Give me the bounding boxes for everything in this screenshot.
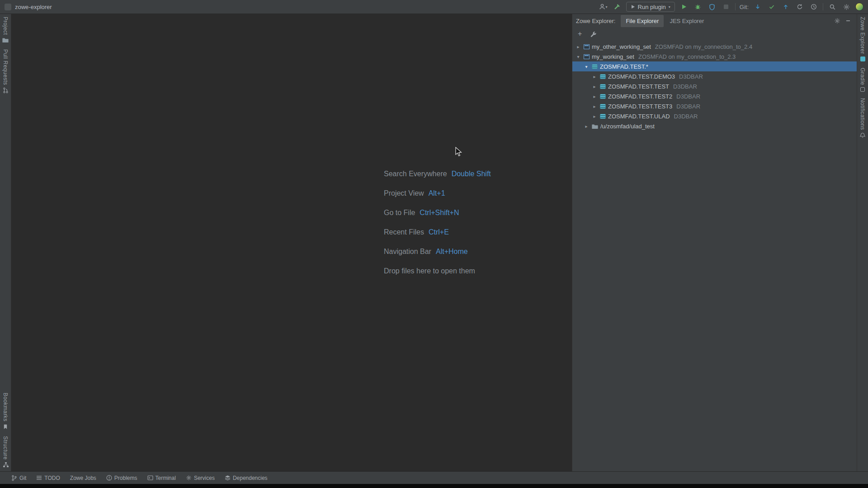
shortcut-hints: Search Everywhere Double Shift Project V… bbox=[384, 169, 491, 286]
panel-tab[interactable]: JES Explorer bbox=[665, 15, 709, 27]
git-commit-button[interactable] bbox=[767, 2, 777, 12]
user-dropdown-button[interactable]: ▾ bbox=[598, 2, 608, 12]
status-bar-item[interactable]: Dependencies bbox=[220, 472, 273, 484]
status-bar-item[interactable]: Services bbox=[181, 472, 220, 484]
tool-window-button[interactable]: Zowe Explorer bbox=[859, 17, 866, 61]
profile-avatar[interactable] bbox=[855, 3, 863, 11]
tree-node-label: my_other_working_set bbox=[592, 43, 651, 50]
tree-node-label: ZOSMFAD.TEST.TEST bbox=[608, 83, 669, 90]
tree-chevron-icon[interactable]: ▸ bbox=[591, 104, 598, 109]
tree-row[interactable]: ▸ ZOSMFAD.TEST.TEST2 D3DBAR bbox=[572, 91, 857, 101]
tool-window-button[interactable]: Project bbox=[2, 17, 9, 43]
git-push-button[interactable] bbox=[781, 2, 791, 12]
tree-chevron-icon[interactable]: ▸ bbox=[591, 84, 598, 89]
status-bar-item[interactable]: Zowe Jobs bbox=[65, 472, 101, 484]
status-bar-item[interactable]: Terminal bbox=[142, 472, 181, 484]
panel-hide-button[interactable] bbox=[843, 16, 853, 26]
tree-row[interactable]: ▾ my_working_set ZOSMFAD on my_connectio… bbox=[572, 52, 857, 61]
tool-window-label: Project bbox=[2, 17, 9, 35]
ide-window: zowe-explorer ▾ Run plugin ▾ bbox=[0, 0, 868, 488]
tool-window-button[interactable]: Pull Requests bbox=[2, 49, 9, 94]
user-icon bbox=[599, 3, 606, 10]
shortcut-hint-row: Go to File Ctrl+Shift+N bbox=[384, 208, 491, 217]
tree-row[interactable]: ▸ ZOSMFAD.TEST.ULAD D3DBAR bbox=[572, 111, 857, 121]
panel-wrench-button[interactable] bbox=[588, 29, 598, 39]
tree-node-suffix: D3DBAR bbox=[676, 103, 700, 110]
tool-window-icon bbox=[860, 87, 865, 92]
tree-node-suffix: D3DBAR bbox=[676, 93, 700, 100]
status-item-icon bbox=[106, 475, 112, 481]
tool-window-button[interactable]: Gradle bbox=[859, 68, 866, 92]
tree-node-label: ZOSMFAD.TEST.TEST2 bbox=[608, 93, 672, 100]
run-button[interactable] bbox=[679, 2, 689, 12]
shield-icon bbox=[709, 4, 715, 10]
tool-window-icon bbox=[3, 87, 9, 94]
main-area: Project Pull Requests Bookmarks Structur… bbox=[0, 14, 868, 471]
tree-node-icon bbox=[600, 104, 606, 109]
right-stripe-top: Zowe Explorer Gradle Notifications bbox=[859, 17, 866, 138]
tree-row[interactable]: ▸ my_other_working_set ZOSMFAD on my_con… bbox=[572, 42, 857, 52]
tool-window-label: Zowe Explorer bbox=[859, 17, 866, 54]
shortcut-hint-row: Project View Alt+1 bbox=[384, 189, 491, 198]
rollback-icon bbox=[797, 4, 803, 10]
shortcut-keys: Ctrl+E bbox=[429, 228, 449, 236]
left-stripe-bottom: Bookmarks Structure bbox=[2, 393, 9, 468]
tool-window-button[interactable]: Notifications bbox=[859, 98, 866, 138]
run-config-icon bbox=[631, 5, 635, 9]
debug-button[interactable] bbox=[693, 2, 703, 12]
tree-node-suffix: ZOSMFAD on my_connection_to_2.3 bbox=[638, 53, 736, 60]
panel-settings-button[interactable] bbox=[832, 16, 842, 26]
tree-node-icon bbox=[600, 84, 606, 89]
tree-node-suffix: ZOSMFAD on my_connection_to_2.4 bbox=[655, 43, 752, 50]
tree-chevron-icon[interactable]: ▸ bbox=[591, 74, 598, 79]
tree-row[interactable]: ▸ ZOSMFAD.TEST.TEST3 D3DBAR bbox=[572, 101, 857, 111]
tree-chevron-icon[interactable]: ▸ bbox=[575, 44, 581, 49]
add-profile-button[interactable]: + bbox=[578, 30, 582, 38]
run-config-label: Run plugin bbox=[638, 4, 666, 10]
build-hammer-button[interactable] bbox=[612, 2, 622, 12]
run-config-select[interactable]: Run plugin ▾ bbox=[626, 2, 675, 12]
history-button[interactable] bbox=[809, 2, 819, 12]
tree-row[interactable]: ▸ ZOSMFAD.TEST.TEST D3DBAR bbox=[572, 81, 857, 91]
tree-row[interactable]: ▾ ZOSMFAD.TEST.* bbox=[572, 61, 857, 71]
settings-button[interactable] bbox=[841, 2, 851, 12]
main-toolbar: ▾ Run plugin ▾ Git: bbox=[598, 2, 863, 12]
editor-area[interactable]: Search Everywhere Double Shift Project V… bbox=[11, 14, 572, 471]
tree-chevron-icon[interactable]: ▾ bbox=[583, 64, 590, 69]
tool-window-button[interactable]: Bookmarks bbox=[2, 393, 9, 430]
tree-node-suffix: D3DBAR bbox=[673, 83, 697, 90]
wrench-icon bbox=[590, 31, 597, 38]
shortcut-label: Recent Files bbox=[384, 228, 424, 236]
tree-chevron-icon[interactable]: ▸ bbox=[591, 114, 598, 119]
git-label: Git: bbox=[740, 4, 749, 10]
status-bar-item[interactable]: Git bbox=[6, 472, 31, 484]
stop-button[interactable] bbox=[721, 2, 731, 12]
coverage-button[interactable] bbox=[707, 2, 717, 12]
shortcut-hint-row: Search Everywhere Double Shift bbox=[384, 169, 491, 178]
arrow-down-icon bbox=[755, 4, 761, 10]
revert-button[interactable] bbox=[795, 2, 805, 12]
status-item-label: Terminal bbox=[156, 475, 176, 481]
status-bar-item[interactable]: TODO bbox=[31, 472, 65, 484]
tree-chevron-icon[interactable]: ▸ bbox=[591, 94, 598, 99]
tree-row[interactable]: ▸ /u/zosmfad/ulad_test bbox=[572, 121, 857, 131]
tree-chevron-icon[interactable]: ▸ bbox=[583, 124, 590, 129]
search-everywhere-button[interactable] bbox=[827, 2, 837, 12]
tool-window-label: Structure bbox=[2, 436, 9, 460]
tree-row[interactable]: ▸ ZOSMFAD.TEST.DEMO3 D3DBAR bbox=[572, 71, 857, 81]
status-item-label: TODO bbox=[44, 475, 60, 481]
panel-tab[interactable]: File Explorer bbox=[621, 15, 664, 27]
tree-chevron-icon[interactable]: ▾ bbox=[575, 54, 581, 59]
tree-node-label: my_working_set bbox=[592, 53, 634, 60]
git-update-button[interactable] bbox=[753, 2, 763, 12]
status-item-icon bbox=[147, 475, 153, 481]
bug-icon bbox=[694, 4, 701, 10]
shortcut-label: Go to File bbox=[384, 209, 415, 217]
status-bar-item[interactable]: Problems bbox=[101, 472, 142, 484]
check-icon bbox=[769, 4, 775, 10]
status-item-icon bbox=[186, 475, 192, 481]
tool-window-button[interactable]: Structure bbox=[2, 436, 9, 468]
tree-node-label: ZOSMFAD.TEST.* bbox=[600, 63, 648, 70]
tree-node-icon bbox=[592, 64, 598, 69]
shortcut-keys: Ctrl+Shift+N bbox=[420, 209, 459, 217]
